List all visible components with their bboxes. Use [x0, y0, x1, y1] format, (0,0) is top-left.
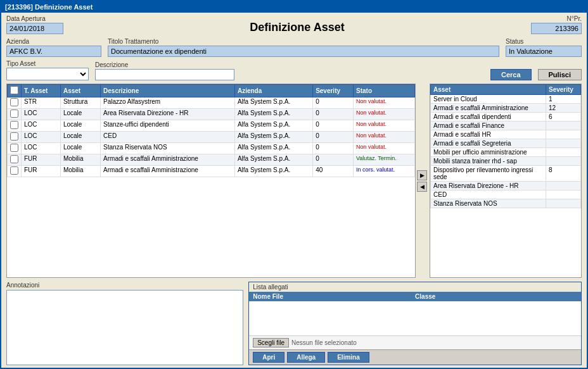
table-row[interactable]: FUR Mobilia Armadi e scaffali Amministra…	[8, 154, 415, 166]
right-cell-asset: Mobili per ufficio amministrazione	[431, 148, 546, 157]
col-asset: Asset	[60, 85, 100, 97]
cell-t-asset: LOC	[22, 143, 61, 154]
cell-descrizione: Stanza Riservata NOS	[101, 143, 235, 154]
row-checkbox[interactable]	[10, 144, 18, 152]
right-table-row[interactable]: Mobili stanza trainer rhd - sap	[431, 157, 581, 166]
status-group: Status In Valutazione	[506, 38, 582, 57]
cell-stato: Non valutat.	[354, 97, 415, 109]
annotazioni-textarea[interactable]	[6, 290, 243, 365]
allegati-section-label: Lista allegati	[249, 282, 581, 292]
cell-asset: Locale	[60, 120, 100, 132]
row-checkbox-cell[interactable]	[8, 120, 22, 132]
col-t-asset: T. Asset	[22, 85, 61, 97]
scegli-file-button[interactable]: Scegli file	[253, 338, 289, 347]
file-input-row: Scegli file Nessun file selezionato	[249, 335, 581, 349]
cell-asset: Locale	[60, 132, 100, 143]
scroll-left-btn[interactable]: ◀	[417, 182, 427, 192]
cell-asset: Struttura	[60, 97, 100, 109]
right-cell-severity	[546, 148, 581, 157]
status-value: In Valutazione	[506, 46, 582, 57]
right-table-row[interactable]: Stanza Riservata NOS	[431, 199, 581, 208]
cell-descrizione: Stanze-uffici dipendenti	[101, 120, 235, 132]
right-cell-severity	[546, 122, 581, 130]
right-col-severity: Severity	[546, 85, 581, 95]
row-checkbox-cell[interactable]	[8, 132, 22, 143]
row-checkbox[interactable]	[10, 98, 18, 106]
right-panel: Asset Severity Server in Cloud 1 Armadi …	[430, 84, 582, 278]
right-table-row[interactable]: Armadi e scaffali dipendenti 6	[431, 113, 581, 122]
azienda-group: Azienda AFKC B.V.	[6, 38, 101, 57]
row-checkbox[interactable]	[10, 166, 18, 175]
row-checkbox[interactable]	[10, 121, 18, 129]
cell-stato: Non valutat.	[354, 109, 415, 120]
annotazioni-label: Annotazioni	[6, 282, 243, 289]
cell-azienda: Alfa System S.p.A.	[234, 143, 312, 154]
right-table-container[interactable]: Asset Severity Server in Cloud 1 Armadi …	[430, 84, 582, 278]
allega-button[interactable]: Allega	[287, 352, 325, 363]
descrizione-input[interactable]	[95, 69, 234, 80]
tipo-asset-select[interactable]	[6, 68, 89, 80]
cell-descrizione: CED	[101, 132, 235, 143]
table-row[interactable]: FUR Mobilia Armadi e scaffali Amministra…	[8, 166, 415, 177]
table-row[interactable]: LOC Locale Stanze-uffici dipendenti Alfa…	[8, 120, 415, 132]
row-checkbox-cell[interactable]	[8, 109, 22, 120]
col-descrizione: Descrizione	[101, 85, 235, 97]
right-cell-severity	[546, 191, 581, 199]
cerca-button[interactable]: Cerca	[490, 69, 532, 80]
cell-t-asset: FUR	[22, 166, 61, 177]
right-table-row[interactable]: Armadi e scaffali Amministrazione 12	[431, 104, 581, 113]
row-checkbox[interactable]	[10, 132, 18, 141]
elimina-button[interactable]: Elimina	[328, 352, 369, 363]
cell-stato: Non valutat.	[354, 132, 415, 143]
pulisci-button[interactable]: Pulisci	[538, 69, 582, 80]
right-table-row[interactable]: Server in Cloud 1	[431, 95, 581, 104]
row-checkbox-cell[interactable]	[8, 97, 22, 109]
right-cell-asset: Armadi e scaffali Segreteria	[431, 139, 546, 148]
window-title: [213396] Definizione Asset	[5, 3, 93, 11]
right-cell-severity: 6	[546, 113, 581, 122]
middle-section: T. Asset Asset Descrizione Azienda Sever…	[1, 82, 587, 279]
cell-t-asset: LOC	[22, 109, 61, 120]
table-row[interactable]: LOC Locale Stanza Riservata NOS Alfa Sys…	[8, 143, 415, 154]
right-table-row[interactable]: Area Riservata Direzione - HR	[431, 182, 581, 191]
apri-button[interactable]: Apri	[253, 352, 284, 363]
row-checkbox-cell[interactable]	[8, 154, 22, 166]
data-apertura-value: 24/01/2018	[6, 23, 63, 34]
table-row[interactable]: LOC Locale CED Alfa System S.p.A. 0 Non …	[8, 132, 415, 143]
right-table-row[interactable]: Armadi e scaffali Segreteria	[431, 139, 581, 148]
row-checkbox-cell[interactable]	[8, 166, 22, 177]
scroll-right-btn[interactable]: ▶	[417, 170, 427, 180]
table-row[interactable]: STR Struttura Palazzo Alfasystrem Alfa S…	[8, 97, 415, 109]
right-cell-severity	[546, 182, 581, 191]
header-row: Data Apertura 24/01/2018 Definizione Ass…	[1, 13, 587, 37]
titolo-group: Titolo Trattamento Documentazione ex dip…	[108, 38, 499, 57]
right-cell-severity	[546, 130, 581, 139]
main-table-container[interactable]: T. Asset Asset Descrizione Azienda Sever…	[6, 84, 416, 278]
allegati-col-nome: Nome File	[253, 293, 415, 300]
cell-stato: Non valutat.	[354, 120, 415, 132]
cell-t-asset: FUR	[22, 154, 61, 166]
right-table-row[interactable]: Mobili per ufficio amministrazione	[431, 148, 581, 157]
right-table-row[interactable]: CED	[431, 191, 581, 199]
right-table-row[interactable]: Armadi e scaffali HR	[431, 130, 581, 139]
right-col-asset: Asset	[431, 85, 546, 95]
right-cell-severity	[546, 139, 581, 148]
right-table-row[interactable]: Armadi e scaffali Finance	[431, 122, 581, 130]
right-cell-asset: Stanza Riservata NOS	[431, 199, 546, 208]
header-left: Data Apertura 24/01/2018	[6, 15, 63, 34]
right-cell-asset: Armadi e scaffali Finance	[431, 122, 546, 130]
right-cell-asset: Server in Cloud	[431, 95, 546, 104]
table-row[interactable]: LOC Locale Area Riservata Direzione - HR…	[8, 109, 415, 120]
row-checkbox-cell[interactable]	[8, 143, 22, 154]
right-cell-severity	[546, 199, 581, 208]
right-cell-asset: Dispositivo per rilevamento ingressi sed…	[431, 166, 546, 182]
select-all-checkbox[interactable]	[10, 86, 18, 94]
right-table-row[interactable]: Dispositivo per rilevamento ingressi sed…	[431, 166, 581, 182]
row-checkbox[interactable]	[10, 109, 18, 118]
right-table: Asset Severity Server in Cloud 1 Armadi …	[430, 84, 581, 208]
cell-azienda: Alfa System S.p.A.	[234, 132, 312, 143]
row-checkbox[interactable]	[10, 155, 18, 163]
npr-value: 213396	[531, 23, 582, 34]
right-cell-asset: Armadi e scaffali Amministrazione	[431, 104, 546, 113]
cell-t-asset: LOC	[22, 132, 61, 143]
